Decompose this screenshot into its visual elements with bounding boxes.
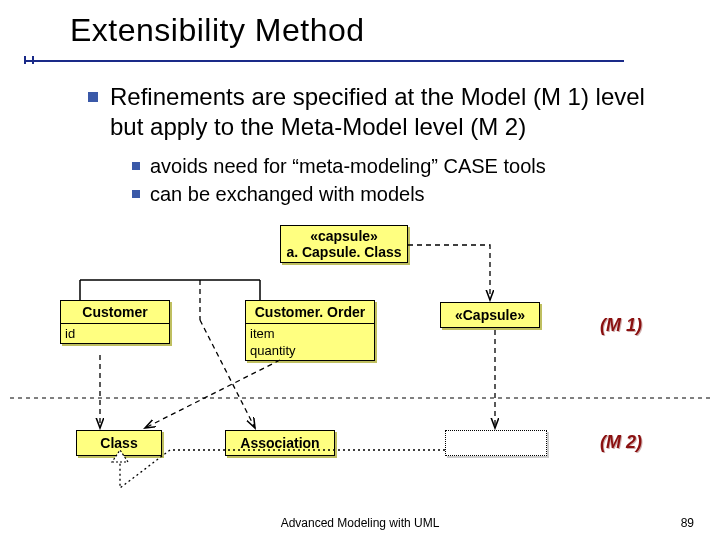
capsule-meta-box: «Capsule»	[440, 302, 540, 328]
slide: Extensibility Method Refinements are spe…	[0, 0, 720, 540]
diagram: «capsule» a. Capsule. Class Customer id …	[0, 0, 720, 540]
customer-box: Customer id	[60, 300, 170, 344]
association-label: Association	[240, 435, 319, 451]
footer: Advanced Modeling with UML	[0, 516, 720, 530]
customer-name: Customer	[61, 301, 169, 324]
order-name: Customer. Order	[246, 301, 374, 324]
page-number: 89	[681, 516, 694, 530]
dotted-box	[445, 430, 547, 456]
capsule-class-box: «capsule» a. Capsule. Class	[280, 225, 408, 263]
customer-attr: id	[61, 324, 169, 343]
order-attr2: quantity	[246, 341, 374, 360]
level-m2: (M 2)	[600, 432, 642, 453]
level-m1: (M 1)	[600, 315, 642, 336]
class-label: Class	[100, 435, 137, 451]
order-box: Customer. Order item quantity	[245, 300, 375, 361]
class-box: Class	[76, 430, 162, 456]
capsule-meta-label: «Capsule»	[455, 307, 525, 323]
association-box: Association	[225, 430, 335, 456]
capsule-stereotype: «capsule»	[285, 228, 403, 244]
diagram-lines	[0, 0, 720, 540]
capsule-classname: a. Capsule. Class	[285, 244, 403, 260]
svg-line-5	[145, 360, 280, 428]
